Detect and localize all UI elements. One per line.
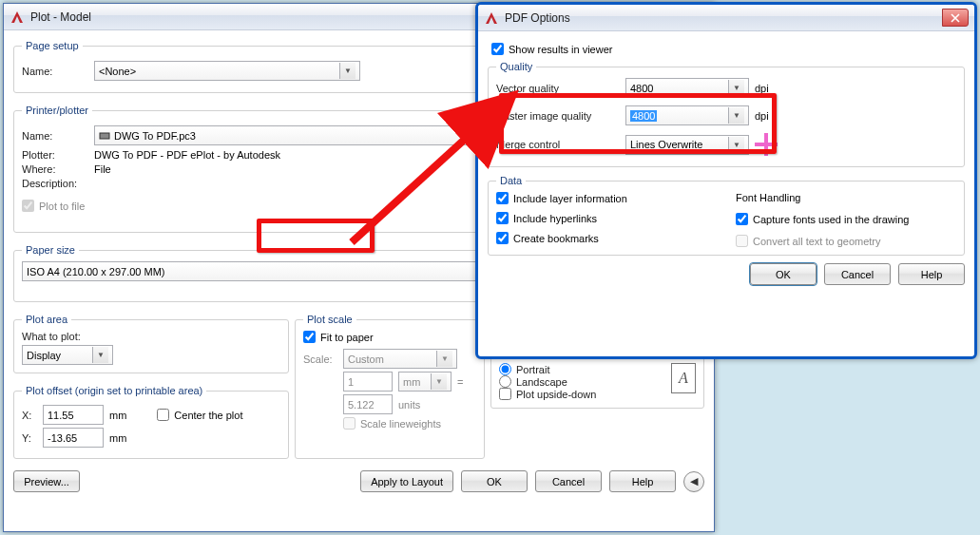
include-hyperlinks-checkbox[interactable]: Include hyperlinks xyxy=(496,212,717,224)
plotter-label: Plotter: xyxy=(22,149,88,161)
page-name-label: Name: xyxy=(22,66,88,77)
apply-to-layout-button[interactable]: Apply to Layout xyxy=(360,470,453,492)
chevron-down-icon: ▼ xyxy=(431,373,447,390)
autocad-icon xyxy=(484,10,499,26)
printer-legend: Printer/plotter xyxy=(22,105,92,116)
paper-size-legend: Paper size xyxy=(22,244,79,256)
page-name-combo[interactable]: <None>▼ xyxy=(94,61,360,81)
vector-dpi-label: dpi xyxy=(755,83,783,94)
show-results-checkbox[interactable]: Show results in viewer xyxy=(491,43,961,55)
quality-legend: Quality xyxy=(496,61,536,72)
scale-equals: = xyxy=(457,376,463,388)
font-handling-label: Font Handling xyxy=(736,192,956,203)
pdf-options-dialog: PDF Options Show results in viewer Quali… xyxy=(475,2,977,359)
capture-fonts-checkbox[interactable]: Capture fonts used in the drawing xyxy=(736,213,956,225)
merge-control-label: Merge control xyxy=(496,139,620,150)
printer-name-combo[interactable]: DWG To PDF.pc3 ▼ xyxy=(94,125,527,145)
plot-ok-button[interactable]: OK xyxy=(461,470,528,492)
orientation-icon: A xyxy=(671,363,696,393)
merge-control-combo[interactable]: Lines Overwrite▼ xyxy=(625,135,749,155)
raster-dpi-label: dpi xyxy=(755,110,783,122)
what-to-plot-label: What to plot: xyxy=(22,331,81,342)
plot-to-file-checkbox: Plot to file xyxy=(22,200,85,212)
plot-scale-legend: Plot scale xyxy=(303,314,356,325)
offset-y-input[interactable] xyxy=(43,428,104,448)
offset-x-label: X: xyxy=(22,410,37,421)
plot-cancel-button[interactable]: Cancel xyxy=(535,470,602,492)
scale-lineweights-checkbox: Scale lineweights xyxy=(343,417,441,430)
pdf-ok-button[interactable]: OK xyxy=(750,263,817,285)
chevron-down-icon: ▼ xyxy=(728,80,744,96)
chevron-down-icon: ▼ xyxy=(436,351,452,367)
vector-quality-label: Vector quality xyxy=(496,83,620,94)
create-bookmarks-checkbox[interactable]: Create bookmarks xyxy=(496,232,717,244)
chevron-down-icon: ▼ xyxy=(728,107,744,124)
scale-den-unit: units xyxy=(398,399,420,411)
scale-num-input xyxy=(343,372,393,392)
convert-text-checkbox: Convert all text to geometry xyxy=(736,235,956,247)
center-plot-checkbox[interactable]: Center the plot xyxy=(157,409,242,421)
where-label: Where: xyxy=(22,163,88,175)
plot-scale-group: Plot scale Fit to paper Scale: Custom▼ m… xyxy=(295,314,485,459)
plot-area-legend: Plot area xyxy=(22,314,71,325)
preview-button[interactable]: Preview... xyxy=(13,470,80,492)
plot-area-group: Plot area What to plot: Display▼ xyxy=(13,314,289,373)
vector-quality-combo[interactable]: 4800▼ xyxy=(625,78,749,98)
offset-y-unit: mm xyxy=(109,432,126,444)
where-value: File xyxy=(94,163,111,175)
raster-quality-label: Raster image quality xyxy=(496,110,620,122)
plot-offset-group: Plot offset (origin set to printable are… xyxy=(13,385,289,459)
chevron-down-icon: ▼ xyxy=(92,347,108,363)
quality-group: Quality Vector quality 4800▼ dpi Raster … xyxy=(488,61,965,167)
autocad-icon xyxy=(10,10,25,25)
pdf-titlebar[interactable]: PDF Options xyxy=(478,5,974,31)
pdf-help-button[interactable]: Help xyxy=(898,263,965,285)
scale-combo: Custom▼ xyxy=(343,349,457,369)
close-icon xyxy=(951,13,960,23)
svg-rect-0 xyxy=(100,133,109,139)
landscape-radio[interactable]: Landscape xyxy=(499,375,663,388)
portrait-radio[interactable]: Portrait xyxy=(499,363,663,375)
page-setup-legend: Page setup xyxy=(22,40,83,51)
offset-x-unit: mm xyxy=(109,410,126,421)
data-group: Data Include layer information Include h… xyxy=(488,175,965,256)
plotter-icon xyxy=(99,130,110,142)
close-button[interactable] xyxy=(942,9,969,27)
raster-quality-combo[interactable]: 4800▼ xyxy=(625,105,749,125)
offset-y-label: Y: xyxy=(22,432,37,444)
scale-label: Scale: xyxy=(303,353,337,365)
data-legend: Data xyxy=(496,175,526,186)
description-label: Description: xyxy=(22,178,88,189)
printer-name-label: Name: xyxy=(22,130,88,142)
offset-x-input[interactable] xyxy=(43,405,104,425)
expand-dialog-button[interactable]: ◀ xyxy=(683,471,704,492)
pdf-title: PDF Options xyxy=(505,11,942,25)
merge-icon xyxy=(755,133,778,156)
pdf-cancel-button[interactable]: Cancel xyxy=(824,263,891,285)
chevron-down-icon: ▼ xyxy=(728,137,744,153)
plotter-value: DWG To PDF - PDF ePlot - by Autodesk xyxy=(94,149,280,161)
plot-offset-legend: Plot offset (origin set to printable are… xyxy=(22,385,206,396)
plot-help-button[interactable]: Help xyxy=(609,470,676,492)
fit-to-paper-checkbox[interactable]: Fit to paper xyxy=(303,331,476,343)
scale-unit-combo: mm▼ xyxy=(398,372,452,392)
chevron-down-icon: ▼ xyxy=(339,63,355,79)
what-to-plot-combo[interactable]: Display▼ xyxy=(22,345,113,365)
upside-down-checkbox[interactable]: Plot upside-down xyxy=(499,388,663,400)
scale-den-input xyxy=(343,394,393,414)
include-layer-checkbox[interactable]: Include layer information xyxy=(496,192,717,204)
